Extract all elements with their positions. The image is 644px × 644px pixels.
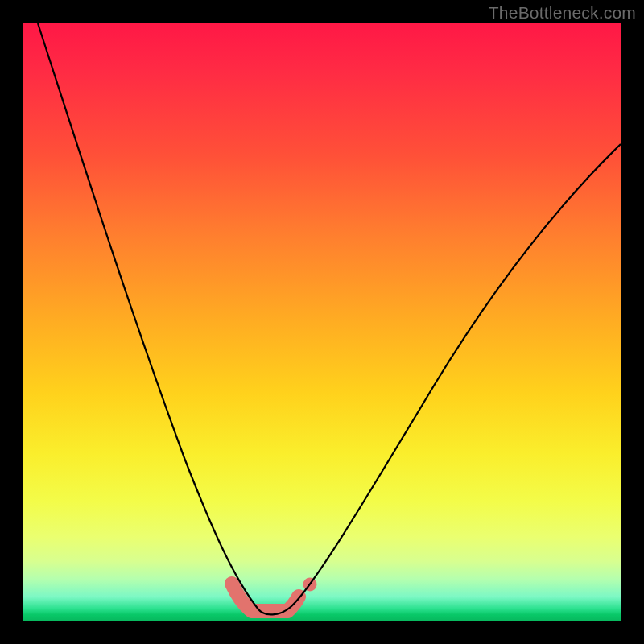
bottleneck-curve xyxy=(38,23,621,614)
plot-area xyxy=(23,23,621,621)
curve-layer xyxy=(23,23,621,621)
chart-frame: TheBottleneck.com xyxy=(0,0,644,644)
watermark-text: TheBottleneck.com xyxy=(489,3,636,23)
